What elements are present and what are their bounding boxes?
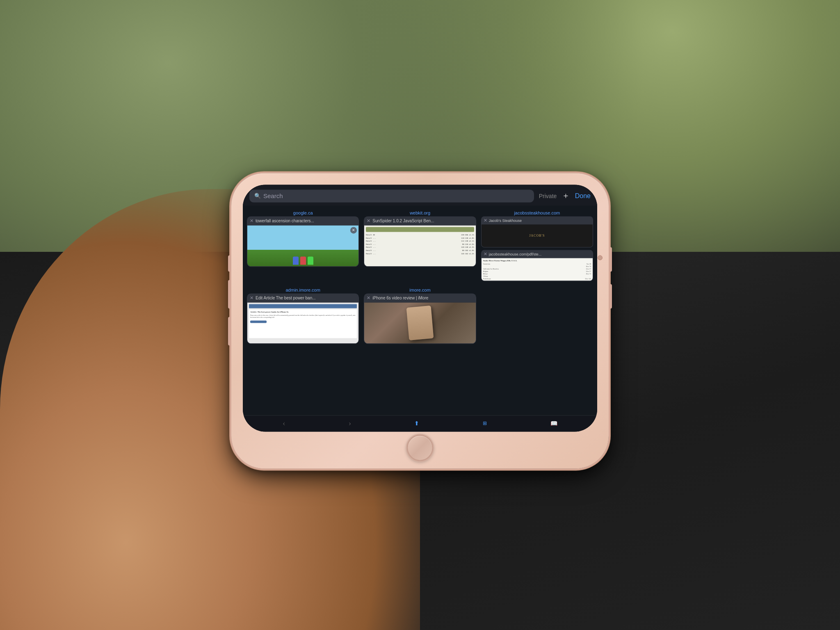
tab-group-jacobs: ✕ Jacob's Steakhouse JACOB'S <box>481 216 593 281</box>
tab-header-2: ✕ SunSpider 1.0.2 JavaScript Ben... <box>364 217 475 225</box>
tab-title-4: Edit Article The best power ban... <box>256 296 356 300</box>
tab-column-4: admin.imore.com ✕ Edit Article The best … <box>247 286 359 344</box>
tab-title-jacobs-2: jacobssteakhouse.com/pdf/ste... <box>489 252 591 256</box>
domain-label-2: webkit.org <box>364 209 476 216</box>
tab-close-1[interactable]: ✕ <box>250 219 253 223</box>
volume-down-button[interactable] <box>228 280 231 308</box>
domain-label-1: google.ca <box>247 209 359 216</box>
search-icon: 🔍 <box>254 193 261 199</box>
forward-icon[interactable]: › <box>349 419 351 428</box>
tab-column-5: imore.com ✕ iPhone 6s video review | iMo… <box>364 286 476 344</box>
tab-close-2[interactable]: ✕ <box>367 219 370 223</box>
phone-screen: 🔍 Search Private + Done google.ca <box>243 185 597 431</box>
tab-card-imore[interactable]: ✕ iPhone 6s video review | iMore <box>364 293 476 344</box>
phone-body: 🔍 Search Private + Done google.ca <box>231 173 609 468</box>
tab-close-jacobs-1[interactable]: ✕ <box>484 218 487 223</box>
tab-close-jacobs-2[interactable]: ✕ <box>484 252 487 256</box>
bottom-bar: ‹ › ⬆ ⊞ 📖 <box>243 415 597 431</box>
back-icon[interactable]: ‹ <box>283 419 285 428</box>
tab-preview-jacobs-1: JACOB'S <box>482 224 593 247</box>
home-button[interactable] <box>407 434 434 461</box>
side-button-2 <box>609 284 612 308</box>
tab-header-jacobs-2: ✕ jacobssteakhouse.com/pdf/ste... <box>482 250 593 258</box>
tab-header-jacobs-1: ✕ Jacob's Steakhouse <box>482 217 593 224</box>
tab-title-2: SunSpider 1.0.2 JavaScript Ben... <box>372 219 473 223</box>
tab-card-towerfall[interactable]: ✕ towerfall ascension characters... <box>247 216 359 267</box>
tab-header-4: ✕ Edit Article The best power ban... <box>247 294 358 302</box>
tab-card-jacobs-1[interactable]: ✕ Jacob's Steakhouse JACOB'S <box>481 216 593 247</box>
bookmarks-icon[interactable]: 📖 <box>550 420 557 427</box>
mute-button[interactable] <box>228 317 231 345</box>
tab-preview-5 <box>364 302 475 343</box>
tab-header-5: ✕ iPhone 6s video review | iMore <box>364 294 475 302</box>
top-actions: Private + Done <box>539 192 591 201</box>
tabs-grid: google.ca ✕ towerfall ascension characte… <box>243 205 597 415</box>
tab-preview-2: Result 3D238-366 ±1.1% Result ...110-130… <box>364 225 475 266</box>
done-button[interactable]: Done <box>575 192 591 200</box>
tabs-icon[interactable]: ⊞ <box>483 420 487 427</box>
new-tab-button[interactable]: + <box>563 192 568 201</box>
tab-close-4[interactable]: ✕ <box>250 296 253 300</box>
tab-close-5[interactable]: ✕ <box>367 296 370 300</box>
tab-preview-4: Article: The best power banks for iPhone… <box>247 302 358 343</box>
share-icon[interactable]: ⬆ <box>414 420 419 427</box>
tab-column-2: webkit.org ✕ SunSpider 1.0.2 JavaScript … <box>364 209 476 281</box>
phone: 🔍 Search Private + Done google.ca <box>231 173 609 468</box>
domain-label-5: imore.com <box>364 286 476 293</box>
tab-header-1: ✕ towerfall ascension characters... <box>247 217 358 225</box>
top-bar: 🔍 Search Private + Done <box>243 185 597 205</box>
tab-card-admin[interactable]: ✕ Edit Article The best power ban... Art… <box>247 293 359 344</box>
tab-card-webkit[interactable]: ✕ SunSpider 1.0.2 JavaScript Ben... Resu… <box>364 216 476 267</box>
safari-tab-view: 🔍 Search Private + Done google.ca <box>243 185 597 431</box>
domain-label-4: admin.imore.com <box>247 286 359 293</box>
search-bar[interactable]: 🔍 Search <box>249 189 534 202</box>
domain-label-3: jacobssteakhouse.com <box>481 209 593 216</box>
volume-up-button[interactable] <box>228 255 231 272</box>
tab-preview-jacobs-2: Snake River Farms Wagyu-Rib, U.S.A. Tend… <box>482 258 593 281</box>
tab-preview-1: ✕ <box>247 225 358 266</box>
tab-title-5: iPhone 6s video review | iMore <box>372 296 473 300</box>
tab-title-jacobs-1: Jacob's Steakhouse <box>489 219 591 223</box>
search-label: Search <box>263 192 283 199</box>
tab-column-1: google.ca ✕ towerfall ascension characte… <box>247 209 359 281</box>
power-button[interactable] <box>609 247 612 272</box>
camera-lens <box>598 255 603 260</box>
tab-card-jacobs-2[interactable]: ✕ jacobssteakhouse.com/pdf/ste... Snake … <box>481 250 593 281</box>
tab-column-3: jacobssteakhouse.com ✕ Jacob's Steakhous… <box>481 209 593 281</box>
private-button[interactable]: Private <box>539 193 557 199</box>
tab-title-1: towerfall ascension characters... <box>256 219 356 223</box>
